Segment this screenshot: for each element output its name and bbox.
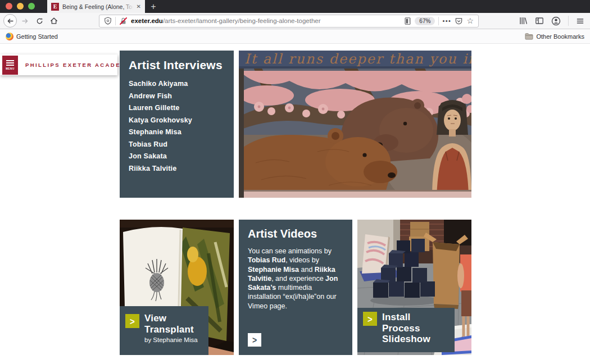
- artwork-relief-image: It all runs deeper than you imagi: [239, 51, 471, 198]
- reader-mode-icon[interactable]: [404, 17, 411, 25]
- view-transplant-card[interactable]: > View Transplant by Stephanie Misa: [120, 220, 234, 355]
- menu-hamburger-icon[interactable]: [576, 17, 584, 25]
- account-icon[interactable]: [551, 16, 561, 26]
- view-transplant-overlay[interactable]: > View Transplant by Stephanie Misa: [120, 306, 208, 355]
- url-domain: exeter.edu: [131, 17, 163, 24]
- chevron-right-icon[interactable]: >: [125, 314, 139, 328]
- transplant-title-line2: Transplant: [144, 324, 204, 335]
- toolbar-right-cluster: [519, 16, 587, 26]
- forward-icon: [21, 17, 29, 25]
- close-window-button[interactable]: [6, 3, 12, 10]
- window-controls[interactable]: [6, 3, 35, 10]
- videos-chevron-button[interactable]: >: [248, 333, 261, 347]
- chevron-right-icon: >: [252, 335, 257, 345]
- page-actions-icon[interactable]: •••: [442, 17, 451, 24]
- back-button[interactable]: [3, 14, 17, 28]
- reload-button[interactable]: [33, 14, 46, 28]
- library-icon[interactable]: [519, 16, 528, 25]
- reload-icon: [36, 17, 43, 25]
- site-menu-button[interactable]: MENU: [2, 56, 18, 75]
- bookmark-label: Getting Started: [16, 33, 58, 40]
- navigation-toolbar: exeter.edu/arts-exeter/lamont-gallery/be…: [0, 13, 590, 29]
- zoom-level-badge[interactable]: 67%: [415, 17, 435, 25]
- artwork-caption: It all runs deeper than you imagi: [244, 51, 471, 67]
- forward-button[interactable]: [18, 14, 31, 28]
- artist-videos-panel: Artist Videos You can see animations by …: [239, 220, 352, 355]
- other-bookmarks-label: Other Bookmarks: [536, 33, 584, 40]
- browser-window: E Being & Feeling (Alone, Togethe ✕ +: [0, 0, 590, 364]
- bookmark-star-icon[interactable]: ☆: [466, 17, 474, 25]
- bookmark-getting-started[interactable]: Getting Started: [6, 33, 58, 40]
- new-tab-button[interactable]: +: [145, 0, 162, 13]
- artist-link[interactable]: Stephanie Misa: [129, 128, 225, 136]
- tab-bar: E Being & Feeling (Alone, Togethe ✕ +: [0, 0, 590, 13]
- install-title-line3: Slideshow: [382, 334, 450, 345]
- home-icon: [50, 17, 58, 25]
- artist-link[interactable]: Tobias Rud: [129, 140, 225, 149]
- menu-label: MENU: [6, 67, 15, 70]
- zoom-window-button[interactable]: [28, 3, 35, 10]
- site-header: MENU PHILLIPS EXETER ACADEMY: [0, 54, 117, 75]
- home-button[interactable]: [47, 14, 61, 28]
- url-path: /arts-exeter/lamont-gallery/being-feelin…: [163, 17, 321, 24]
- url-bar[interactable]: exeter.edu/arts-exeter/lamont-gallery/be…: [99, 15, 479, 28]
- artist-link[interactable]: Jon Sakata: [129, 152, 225, 161]
- menu-bars-icon: [6, 60, 14, 61]
- browser-tab[interactable]: E Being & Feeling (Alone, Togethe ✕: [47, 0, 145, 13]
- artist-interviews-panel: Artist Interviews Sachiko Akiyama Andrew…: [120, 51, 234, 198]
- bookmarks-bar: Getting Started Other Bookmarks: [0, 29, 590, 44]
- artist-link[interactable]: Sachiko Akiyama: [129, 80, 225, 88]
- page-content: MENU PHILLIPS EXETER ACADEMY Artist Inte…: [0, 44, 590, 364]
- back-icon: [7, 17, 14, 25]
- artist-link[interactable]: Lauren Gillette: [129, 104, 225, 112]
- chevron-right-icon[interactable]: >: [363, 312, 377, 326]
- install-process-overlay[interactable]: > Install Process Slideshow: [357, 308, 455, 352]
- artist-link[interactable]: Katya Grokhovsky: [129, 116, 225, 125]
- artist-videos-body: You can see animations by Tobias Rud, vi…: [248, 247, 343, 311]
- pocket-icon[interactable]: [455, 17, 463, 25]
- install-process-card[interactable]: > Install Process Slideshow: [357, 220, 471, 355]
- tab-close-icon[interactable]: ✕: [137, 3, 141, 10]
- site-brand[interactable]: PHILLIPS EXETER ACADEMY: [25, 54, 131, 75]
- artist-interviews-title: Artist Interviews: [129, 58, 225, 72]
- transplant-title-line1: View: [144, 313, 204, 324]
- artist-link[interactable]: Andrew Fish: [129, 92, 225, 101]
- insecure-connection-icon[interactable]: [119, 17, 128, 25]
- install-title-line2: Process: [382, 323, 450, 334]
- artist-link[interactable]: Riikka Talvitie: [129, 165, 225, 173]
- tracking-protection-shield-icon[interactable]: [104, 17, 112, 25]
- install-title-line1: Install: [382, 312, 450, 323]
- url-text[interactable]: exeter.edu/arts-exeter/lamont-gallery/be…: [131, 17, 321, 24]
- artist-videos-title: Artist Videos: [248, 228, 343, 240]
- transplant-byline: by Stephanie Misa: [144, 336, 204, 343]
- minimize-window-button[interactable]: [17, 3, 24, 10]
- tab-title: Being & Feeling (Alone, Togethe: [62, 3, 133, 10]
- other-bookmarks[interactable]: Other Bookmarks: [525, 33, 584, 40]
- tab-favicon: E: [51, 3, 59, 11]
- firefox-icon: [6, 33, 13, 40]
- folder-icon: [525, 33, 533, 40]
- sidebar-icon[interactable]: [535, 16, 544, 25]
